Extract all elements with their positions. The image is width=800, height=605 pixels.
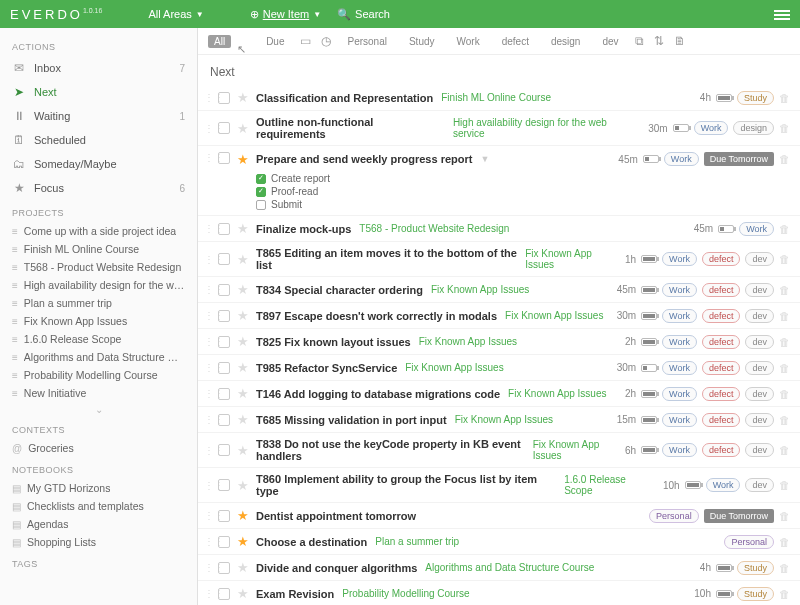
drag-handle[interactable]: ⋮⋮ <box>204 480 212 491</box>
task-row[interactable]: ⋮⋮ ★ T838 Do not use the keyCode propert… <box>198 433 800 468</box>
task-checkbox[interactable] <box>218 536 230 548</box>
tag-defect[interactable]: defect <box>702 335 741 349</box>
task-checkbox[interactable] <box>218 336 230 348</box>
task-row[interactable]: ⋮⋮ ★ T685 Missing validation in port inp… <box>198 407 800 433</box>
tag-dev[interactable]: dev <box>745 283 774 297</box>
tag-dev[interactable]: dev <box>745 387 774 401</box>
task-row[interactable]: ⋮⋮ ★ T825 Fix known layout issues Fix Kn… <box>198 329 800 355</box>
sidebar-notebook[interactable]: ▤My GTD Horizons <box>0 479 197 497</box>
task-checkbox[interactable] <box>218 253 230 265</box>
task-checkbox[interactable] <box>218 562 230 574</box>
star-toggle[interactable]: ★ <box>236 221 250 236</box>
delete-icon[interactable]: 🗑 <box>779 479 790 491</box>
filter-study[interactable]: Study <box>403 35 441 48</box>
task-project-link[interactable]: Fix Known App Issues <box>525 248 617 270</box>
tag-dev[interactable]: dev <box>745 478 774 492</box>
delete-icon[interactable]: 🗑 <box>779 562 790 574</box>
tag-personal[interactable]: Personal <box>649 509 699 523</box>
task-project-link[interactable]: T568 - Product Website Redesign <box>359 223 509 234</box>
delete-icon[interactable]: 🗑 <box>779 253 790 265</box>
delete-icon[interactable]: 🗑 <box>779 444 790 456</box>
delete-icon[interactable]: 🗑 <box>779 284 790 296</box>
tag-work[interactable]: Work <box>662 283 697 297</box>
delete-icon[interactable]: 🗑 <box>779 536 790 548</box>
star-toggle[interactable]: ★ <box>236 412 250 427</box>
tag-work[interactable]: Work <box>662 443 697 457</box>
tag-work[interactable]: Work <box>662 361 697 375</box>
tag-work[interactable]: Work <box>706 478 741 492</box>
filter-save-icon[interactable]: 🗎 <box>674 34 686 48</box>
sidebar-project[interactable]: ≡New Initiative <box>0 384 197 402</box>
drag-handle[interactable]: ⋮⋮ <box>204 223 212 234</box>
tag-work[interactable]: Work <box>662 252 697 266</box>
task-checkbox[interactable] <box>218 284 230 296</box>
delete-icon[interactable]: 🗑 <box>779 362 790 374</box>
task-row[interactable]: ⋮⋮ ★ Divide and conquer algorithms Algor… <box>198 555 800 581</box>
sidebar-action-waiting[interactable]: ⏸Waiting1 <box>0 104 197 128</box>
sidebar-action-scheduled[interactable]: 🗓Scheduled <box>0 128 197 152</box>
drag-handle[interactable]: ⋮⋮ <box>204 310 212 321</box>
task-checkbox[interactable] <box>218 310 230 322</box>
sidebar-project[interactable]: ≡1.6.0 Release Scope <box>0 330 197 348</box>
tag-study[interactable]: Study <box>737 587 774 601</box>
drag-handle[interactable]: ⋮⋮ <box>204 562 212 573</box>
filter-all[interactable]: All <box>208 35 231 48</box>
star-toggle[interactable]: ★ <box>236 252 250 267</box>
delete-icon[interactable]: 🗑 <box>779 122 790 134</box>
task-row[interactable]: ⋮⋮ ★ Exam Revision Probability Modelling… <box>198 581 800 605</box>
hamburger-menu[interactable] <box>774 8 790 20</box>
tag-dev[interactable]: dev <box>745 361 774 375</box>
task-row[interactable]: ⋮⋮ ★ Outline non-functional requirements… <box>198 111 800 146</box>
star-toggle[interactable]: ★ <box>236 386 250 401</box>
task-project-link[interactable]: Fix Known App Issues <box>455 414 553 425</box>
drag-handle[interactable]: ⋮⋮ <box>204 510 212 521</box>
task-project-link[interactable]: Probability Modelling Course <box>342 588 469 599</box>
star-toggle[interactable]: ★ <box>236 508 250 523</box>
sidebar-action-focus[interactable]: ★Focus6 <box>0 176 197 200</box>
drag-handle[interactable]: ⋮⋮ <box>204 336 212 347</box>
tag-design[interactable]: design <box>733 121 774 135</box>
task-checkbox[interactable] <box>218 414 230 426</box>
star-toggle[interactable]: ★ <box>236 282 250 297</box>
task-row[interactable]: ⋮⋮ ★ T897 Escape doesn't work correctly … <box>198 303 800 329</box>
drag-handle[interactable]: ⋮⋮ <box>204 536 212 547</box>
drag-handle[interactable]: ⋮⋮ <box>204 123 212 134</box>
task-row[interactable]: ⋮⋮ ★ Choose a destination Plan a summer … <box>198 529 800 555</box>
tag-defect[interactable]: defect <box>702 387 741 401</box>
area-selector[interactable]: All Areas▼ <box>148 8 203 20</box>
tag-dev[interactable]: dev <box>745 413 774 427</box>
task-row[interactable]: ⋮⋮ ★ T860 Implement ability to group the… <box>198 468 800 503</box>
tag-defect[interactable]: defect <box>702 443 741 457</box>
tag-dev[interactable]: dev <box>745 443 774 457</box>
task-checkbox[interactable] <box>218 92 230 104</box>
delete-icon[interactable]: 🗑 <box>779 336 790 348</box>
task-checkbox[interactable] <box>218 362 230 374</box>
tag-work[interactable]: Work <box>664 152 699 166</box>
tag-defect[interactable]: defect <box>702 252 741 266</box>
task-checkbox[interactable] <box>218 444 230 456</box>
task-project-link[interactable]: High availability design for the web ser… <box>453 117 640 139</box>
task-project-link[interactable]: Algorithms and Data Structure Course <box>425 562 594 573</box>
filter-defect[interactable]: defect <box>496 35 535 48</box>
delete-icon[interactable]: 🗑 <box>779 92 790 104</box>
sidebar-action-next[interactable]: ➤Next <box>0 80 197 104</box>
sidebar-action-inbox[interactable]: ✉Inbox7 <box>0 56 197 80</box>
task-row[interactable]: ⋮⋮ ★ Prepare and send weekly progress re… <box>198 146 800 216</box>
task-row[interactable]: ⋮⋮ ★ Finalize mock-ups T568 - Product We… <box>198 216 800 242</box>
task-checkbox[interactable] <box>218 510 230 522</box>
subtask-checkbox[interactable] <box>256 187 266 197</box>
task-checkbox[interactable] <box>218 223 230 235</box>
task-checkbox[interactable] <box>218 388 230 400</box>
star-toggle[interactable]: ★ <box>236 586 250 601</box>
task-checkbox[interactable] <box>218 588 230 600</box>
search-button[interactable]: 🔍 Search <box>337 8 390 21</box>
collapse-projects[interactable]: ⌄ <box>0 402 197 417</box>
star-toggle[interactable]: ★ <box>236 560 250 575</box>
tag-work[interactable]: Work <box>739 222 774 236</box>
task-row[interactable]: ⋮⋮ ★ T865 Editing an item moves it to th… <box>198 242 800 277</box>
subtask-checkbox[interactable] <box>256 200 266 210</box>
sidebar-action-someday-maybe[interactable]: 🗂Someday/Maybe <box>0 152 197 176</box>
filter-time-icon[interactable]: ◷ <box>321 34 331 48</box>
star-toggle[interactable]: ★ <box>236 90 250 105</box>
task-project-link[interactable]: Fix Known App Issues <box>431 284 529 295</box>
